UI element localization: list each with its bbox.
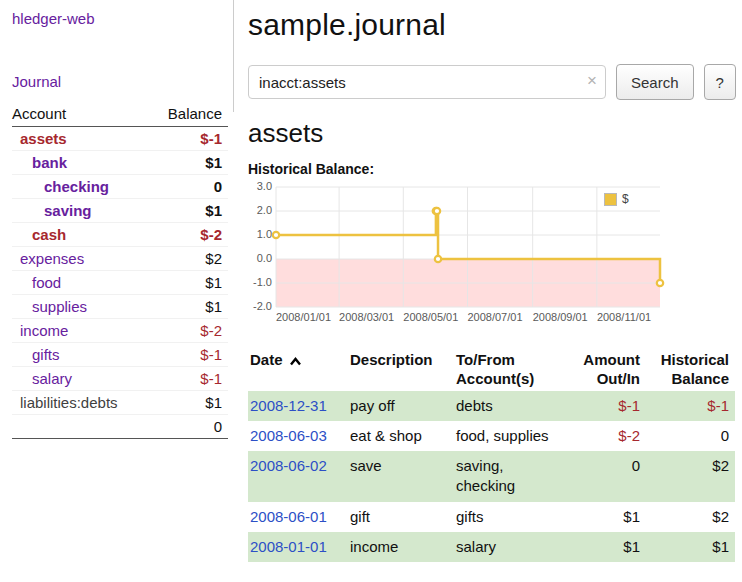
search-input[interactable]	[248, 65, 606, 99]
account-link[interactable]: liabilities:debts	[20, 394, 118, 411]
account-balance: $-2	[150, 319, 228, 343]
account-link[interactable]: salary	[32, 370, 72, 387]
balance-cell: $2	[646, 502, 735, 532]
y-axis-label: 0.0	[248, 252, 272, 264]
date-cell: 2008-12-31	[248, 391, 344, 421]
balance-cell: $1	[646, 532, 735, 562]
transaction-row: 2008-06-01 gift gifts $1 $2	[248, 502, 735, 532]
account-row: food $1	[12, 271, 228, 295]
x-axis-label: 2008/05/01	[403, 311, 458, 323]
chart-y-axis: 3.02.01.00.0-1.0-2.0	[248, 187, 272, 307]
date-link[interactable]: 2008-01-01	[250, 538, 327, 555]
transactions-table: Date Description To/From Account(s) Amou…	[248, 349, 735, 562]
accounts-table: Account Balance assets $-1 bank $1 check…	[12, 102, 228, 439]
description-cell: gift	[344, 502, 450, 532]
chart-point	[657, 280, 663, 286]
account-row: income $-2	[12, 319, 228, 343]
header-tofrom: To/From Account(s)	[450, 349, 568, 391]
nav-journal-link[interactable]: Journal	[12, 73, 61, 90]
account-balance: 0	[150, 175, 228, 199]
account-link[interactable]: income	[20, 322, 68, 339]
clear-search-icon[interactable]: ×	[587, 71, 597, 91]
balance-cell: $-1	[646, 391, 735, 421]
x-axis-label: 2008/09/01	[533, 311, 588, 323]
account-link[interactable]: cash	[32, 226, 66, 243]
accounts-cell: gifts	[450, 502, 568, 532]
sidebar: hledger-web Journal Account Balance asse…	[0, 0, 232, 562]
account-balance: $1	[150, 151, 228, 175]
account-row: checking 0	[12, 175, 228, 199]
x-axis-label: 2008/11/01	[597, 311, 651, 323]
description-cell: income	[344, 532, 450, 562]
sidebar-divider	[233, 0, 234, 112]
account-row: liabilities:debts $1	[12, 391, 228, 415]
description-cell: save	[344, 451, 450, 502]
help-button[interactable]: ?	[704, 64, 736, 100]
account-heading: assets	[248, 118, 736, 149]
account-row: expenses $2	[12, 247, 228, 271]
date-cell: 2008-06-01	[248, 502, 344, 532]
account-link[interactable]: bank	[32, 154, 67, 171]
accounts-header-account: Account	[12, 102, 150, 127]
date-link[interactable]: 2008-06-02	[250, 457, 327, 474]
account-link[interactable]: food	[32, 274, 61, 291]
search-button[interactable]: Search	[616, 64, 694, 100]
account-link[interactable]: gifts	[32, 346, 60, 363]
accounts-total-row: 0	[12, 415, 228, 439]
chart-point	[434, 208, 440, 214]
x-axis-label: 2008/01/01	[276, 311, 331, 323]
description-cell: pay off	[344, 391, 450, 421]
chart-title: Historical Balance:	[248, 161, 736, 177]
header-date[interactable]: Date	[248, 349, 344, 391]
account-balance: $1	[150, 271, 228, 295]
account-link[interactable]: saving	[44, 202, 92, 219]
account-balance: $-1	[150, 367, 228, 391]
search-form: × Search ?	[248, 64, 736, 100]
header-historical-balance: Historical Balance	[646, 349, 735, 391]
x-axis-label: 2008/03/01	[339, 311, 394, 323]
account-link[interactable]: assets	[20, 130, 67, 147]
accounts-total-value: 0	[150, 415, 228, 439]
date-cell: 2008-01-01	[248, 532, 344, 562]
chart-point	[273, 232, 279, 238]
description-cell: eat & shop	[344, 421, 450, 451]
account-row: saving $1	[12, 199, 228, 223]
y-axis-label: 3.0	[248, 180, 272, 192]
date-link[interactable]: 2008-06-03	[250, 427, 327, 444]
account-balance: $1	[150, 199, 228, 223]
sort-ascending-icon	[289, 357, 302, 366]
amount-cell: $-1	[568, 391, 646, 421]
account-balance: $-1	[150, 127, 228, 151]
y-axis-label: 1.0	[248, 228, 272, 240]
transactions-header-row: Date Description To/From Account(s) Amou…	[248, 349, 735, 391]
date-link[interactable]: 2008-06-01	[250, 508, 327, 525]
date-cell: 2008-06-03	[248, 421, 344, 451]
header-description: Description	[344, 349, 450, 391]
account-row: gifts $-1	[12, 343, 228, 367]
accounts-cell: food, supplies	[450, 421, 568, 451]
account-balance: $-1	[150, 343, 228, 367]
account-balance: $-2	[150, 223, 228, 247]
account-link[interactable]: expenses	[20, 250, 84, 267]
amount-cell: $-2	[568, 421, 646, 451]
date-link[interactable]: 2008-12-31	[250, 397, 327, 414]
balance-cell: $2	[646, 451, 735, 502]
account-link[interactable]: supplies	[32, 298, 87, 315]
account-row: assets $-1	[12, 127, 228, 151]
account-link[interactable]: checking	[44, 178, 109, 195]
accounts-header-row: Account Balance	[12, 102, 228, 127]
balance-chart: 3.02.01.00.0-1.0-2.0 2008/01/012008/03/0…	[248, 187, 736, 329]
chart-plot	[276, 187, 660, 307]
accounts-header-balance: Balance	[150, 102, 228, 127]
x-axis-label: 2008/07/01	[467, 311, 522, 323]
amount-cell: $1	[568, 502, 646, 532]
transaction-row: 2008-06-02 save saving, checking 0 $2	[248, 451, 735, 502]
legend-label: $	[622, 192, 629, 206]
y-axis-label: -1.0	[248, 276, 272, 288]
y-axis-label: 2.0	[248, 204, 272, 216]
accounts-cell: debts	[450, 391, 568, 421]
search-box: ×	[248, 65, 606, 99]
accounts-cell: salary	[450, 532, 568, 562]
accounts-cell: saving, checking	[450, 451, 568, 502]
app-title-link[interactable]: hledger-web	[12, 10, 95, 27]
